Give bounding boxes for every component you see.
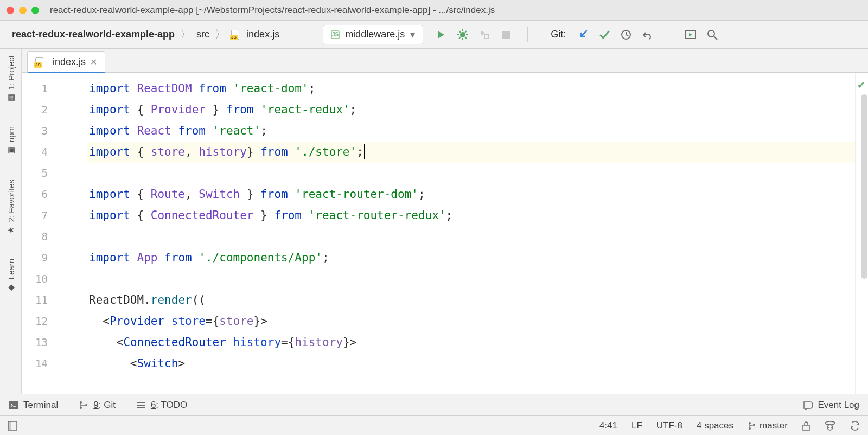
svg-line-13: [714, 36, 717, 40]
line-number[interactable]: 11: [22, 290, 87, 311]
line-number[interactable]: 13: [22, 332, 87, 353]
editor-error-stripe[interactable]: ✔: [855, 73, 868, 394]
scrollbar-thumb[interactable]: [861, 94, 867, 279]
line-number[interactable]: 9: [22, 247, 87, 268]
code-line[interactable]: ReactDOM.render((: [87, 290, 855, 311]
code-line[interactable]: import { store, history} from './store';: [87, 142, 855, 163]
line-number[interactable]: 7: [22, 205, 87, 226]
breadcrumb-file[interactable]: index.js: [246, 29, 279, 40]
debug-button[interactable]: [457, 29, 469, 41]
git-branch-icon: [79, 400, 88, 410]
run-button[interactable]: [435, 29, 447, 41]
svg-rect-27: [803, 425, 809, 430]
git-label: Git:: [551, 29, 566, 40]
learn-tool-button[interactable]: ◆Learn: [6, 259, 16, 292]
run-target-button[interactable]: [685, 29, 697, 41]
breadcrumb-project[interactable]: react-redux-realworld-example-app: [12, 29, 175, 40]
line-number-gutter[interactable]: 1234567891011121314: [22, 73, 87, 394]
close-tab-button[interactable]: ✕: [90, 57, 97, 67]
event-log-button[interactable]: Event Log: [803, 400, 859, 411]
run-config-selector[interactable]: JS middleware.js ▾: [323, 25, 423, 44]
sync-icon[interactable]: [850, 421, 860, 431]
left-tool-strip: ▦1: Project ▣npm ★2: Favorites ◆Learn: [0, 49, 22, 394]
inspector-icon[interactable]: [825, 421, 835, 431]
code-line[interactable]: [87, 268, 855, 290]
svg-line-6: [465, 37, 467, 39]
coverage-button[interactable]: [478, 29, 490, 41]
code-line[interactable]: import App from './components/App';: [87, 247, 855, 268]
tool-windows-toggle[interactable]: [8, 421, 17, 431]
code-line[interactable]: import ReactDOM from 'react-dom';: [87, 78, 855, 99]
line-ending[interactable]: LF: [631, 420, 642, 431]
lock-icon[interactable]: [802, 421, 810, 431]
line-number[interactable]: 10: [22, 268, 87, 290]
code-line[interactable]: import { Route, Switch } from 'react-rou…: [87, 184, 855, 205]
svg-line-8: [465, 31, 467, 33]
window-title: react-redux-realworld-example-app [~/Web…: [50, 5, 495, 16]
terminal-tool-button[interactable]: Terminal: [9, 400, 58, 411]
code-editor[interactable]: import ReactDOM from 'react-dom';import …: [87, 73, 855, 394]
analysis-ok-icon: ✔: [857, 79, 865, 91]
npm-icon: ▣: [6, 146, 16, 156]
line-number[interactable]: 4: [22, 142, 87, 163]
branch-icon: [748, 421, 756, 430]
line-number[interactable]: 5: [22, 163, 87, 184]
code-line[interactable]: <Provider store={store}>: [87, 311, 855, 332]
maximize-window-button[interactable]: [31, 7, 39, 14]
event-log-icon: [803, 400, 813, 410]
run-config-label: middleware.js: [345, 29, 405, 40]
line-number[interactable]: 8: [22, 226, 87, 247]
code-line[interactable]: import { ConnectedRouter } from 'react-r…: [87, 205, 855, 226]
chevron-down-icon: ▾: [410, 29, 415, 41]
git-rollback-button[interactable]: [642, 29, 654, 41]
scrollbar-track[interactable]: [861, 94, 867, 388]
learn-icon: ◆: [6, 283, 16, 292]
code-line[interactable]: [87, 226, 855, 247]
npm-tool-button[interactable]: ▣npm: [6, 126, 16, 155]
status-bar: 4:41 LF UTF-8 4 spaces master: [0, 415, 868, 435]
code-line[interactable]: [87, 163, 855, 184]
todo-icon: [136, 400, 146, 410]
search-button[interactable]: [706, 29, 718, 41]
line-number[interactable]: 6: [22, 184, 87, 205]
editor-tabs: JS index.js ✕: [22, 49, 868, 73]
editor-tab-active[interactable]: JS index.js ✕: [27, 51, 105, 73]
indent[interactable]: 4 spaces: [697, 420, 733, 431]
git-tool-button[interactable]: 9: Git: [79, 400, 116, 411]
file-encoding[interactable]: UTF-8: [656, 420, 682, 431]
terminal-icon: [9, 400, 18, 410]
line-number[interactable]: 2: [22, 99, 87, 120]
git-history-button[interactable]: [620, 29, 632, 41]
code-line[interactable]: <Switch>: [87, 353, 855, 374]
breadcrumb-sep: 〉: [177, 27, 194, 42]
toolbar-divider: [669, 27, 669, 42]
code-line[interactable]: <ConnectedRouter history={history}>: [87, 332, 855, 353]
svg-point-25: [749, 427, 751, 430]
code-line[interactable]: import { Provider } from 'react-redux';: [87, 99, 855, 120]
close-window-button[interactable]: [7, 7, 14, 14]
caret-position[interactable]: 4:41: [599, 420, 617, 431]
git-branch-status[interactable]: master: [748, 420, 788, 431]
js-file-icon: JS: [231, 30, 242, 40]
star-icon: ★: [6, 225, 16, 235]
svg-point-31: [831, 427, 832, 428]
line-number[interactable]: 1: [22, 78, 87, 99]
project-tool-button[interactable]: ▦1: Project: [6, 55, 16, 103]
svg-line-7: [459, 37, 461, 39]
line-number[interactable]: 12: [22, 311, 87, 332]
git-commit-button[interactable]: [598, 29, 610, 41]
line-number[interactable]: 14: [22, 353, 87, 374]
nodejs-icon: JS: [331, 30, 340, 39]
editor-area[interactable]: 1234567891011121314 import ReactDOM from…: [22, 73, 868, 394]
svg-point-12: [708, 30, 714, 37]
svg-point-24: [749, 422, 751, 424]
favorites-tool-button[interactable]: ★2: Favorites: [6, 180, 16, 235]
line-number[interactable]: 3: [22, 120, 87, 142]
code-line[interactable]: import React from 'react';: [87, 120, 855, 142]
breadcrumb-folder[interactable]: src: [196, 29, 209, 40]
minimize-window-button[interactable]: [19, 7, 27, 14]
git-pull-button[interactable]: [577, 29, 589, 41]
svg-rect-9: [502, 31, 510, 39]
title-bar: react-redux-realworld-example-app [~/Web…: [0, 0, 868, 21]
todo-tool-button[interactable]: 6: TODO: [136, 400, 187, 411]
